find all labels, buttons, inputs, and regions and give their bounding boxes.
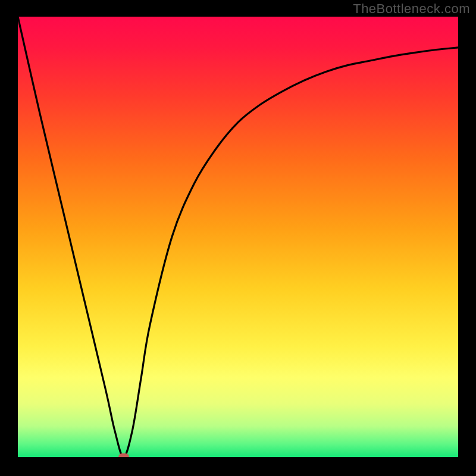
watermark-text: TheBottleneck.com <box>353 1 470 17</box>
curve-path <box>18 17 458 457</box>
chart-frame: TheBottleneck.com <box>0 0 476 476</box>
minimum-marker <box>118 453 129 457</box>
curve-layer <box>18 17 458 457</box>
plot-area <box>18 17 458 457</box>
